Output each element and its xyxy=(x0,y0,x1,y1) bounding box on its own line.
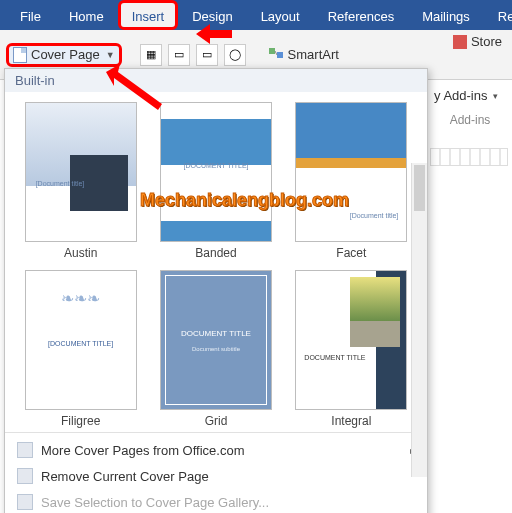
tab-layout[interactable]: Layout xyxy=(247,0,314,30)
remove-cover-page-button[interactable]: Remove Current Cover Page xyxy=(5,463,427,489)
thumb-grid-title: DOCUMENT TITLE xyxy=(161,329,271,338)
ruler xyxy=(430,148,508,166)
thumb-grid: DOCUMENT TITLE Document subtitle xyxy=(160,270,272,410)
thumb-facet: [Document title] xyxy=(295,102,407,242)
remove-cover-page-label: Remove Current Cover Page xyxy=(41,469,209,484)
tab-mailings[interactable]: Mailings xyxy=(408,0,484,30)
tab-design[interactable]: Design xyxy=(178,0,246,30)
cover-page-icon xyxy=(13,47,27,63)
thumb-grid-subtitle: Document subtitle xyxy=(161,346,271,352)
my-addins-label: y Add-ins xyxy=(434,88,487,103)
gallery-label: Integral xyxy=(290,414,413,428)
table-pictures-group: ▦ ▭ ▭ ◯ xyxy=(140,44,246,66)
more-cover-pages-label: More Cover Pages from Office.com xyxy=(41,443,245,458)
chevron-down-icon: ▼ xyxy=(106,50,115,60)
more-cover-pages-link[interactable]: More Cover Pages from Office.com ▸ xyxy=(5,437,427,463)
tab-home[interactable]: Home xyxy=(55,0,118,30)
tab-file[interactable]: File xyxy=(6,0,55,30)
gallery-item-integral[interactable]: DOCUMENT TITLE Integral xyxy=(290,270,413,428)
addins-group: y Add-ins ▾ Add-ins xyxy=(428,80,512,145)
save-gallery-icon xyxy=(17,494,33,510)
save-to-gallery-button: Save Selection to Cover Page Gallery... xyxy=(5,489,427,513)
chevron-down-icon: ▾ xyxy=(493,91,498,101)
gallery-label: Banded xyxy=(154,246,277,260)
gallery-item-grid[interactable]: DOCUMENT TITLE Document subtitle Grid xyxy=(154,270,277,428)
gallery-scrollbar[interactable] xyxy=(411,163,427,477)
thumb-banded-title: [DOCUMENT TITLE] xyxy=(161,162,271,169)
table-icon[interactable]: ▦ xyxy=(140,44,162,66)
gallery-item-banded[interactable]: [DOCUMENT TITLE] Banded xyxy=(154,102,277,260)
web-page-icon xyxy=(17,442,33,458)
thumb-filigree: ❧❧❧ [DOCUMENT TITLE] xyxy=(25,270,137,410)
shapes-icon[interactable]: ◯ xyxy=(224,44,246,66)
gallery-section-header: Built-in xyxy=(5,69,427,92)
online-pictures-icon[interactable]: ▭ xyxy=(196,44,218,66)
cover-page-gallery: Built-in [Document title] Austin [DOCUME… xyxy=(4,68,428,513)
gallery-label: Austin xyxy=(19,246,142,260)
gallery-footer: More Cover Pages from Office.com ▸ Remov… xyxy=(5,432,427,513)
thumb-integral: DOCUMENT TITLE xyxy=(295,270,407,410)
svg-rect-0 xyxy=(269,48,275,54)
gallery-label: Filigree xyxy=(19,414,142,428)
gallery-label: Grid xyxy=(154,414,277,428)
tab-review[interactable]: Review xyxy=(484,0,512,30)
ribbon-tabs: File Home Insert Design Layout Reference… xyxy=(0,0,512,30)
tab-insert[interactable]: Insert xyxy=(118,0,179,30)
thumb-banded: [DOCUMENT TITLE] xyxy=(160,102,272,242)
thumb-facet-title: [Document title] xyxy=(350,212,399,219)
scrollbar-thumb[interactable] xyxy=(414,165,425,211)
thumb-austin-title: [Document title] xyxy=(36,180,85,188)
smartart-icon xyxy=(268,47,284,63)
save-to-gallery-label: Save Selection to Cover Page Gallery... xyxy=(41,495,269,510)
gallery-item-facet[interactable]: [Document title] Facet xyxy=(290,102,413,260)
remove-page-icon xyxy=(17,468,33,484)
smartart-label: SmartArt xyxy=(288,47,339,62)
cover-page-label: Cover Page xyxy=(31,47,100,62)
store-icon xyxy=(453,35,467,49)
tab-references[interactable]: References xyxy=(314,0,408,30)
cover-page-button[interactable]: Cover Page ▼ xyxy=(6,43,122,67)
thumb-filigree-title: [DOCUMENT TITLE] xyxy=(26,340,136,347)
thumb-integral-title: DOCUMENT TITLE xyxy=(304,354,365,361)
pictures-icon[interactable]: ▭ xyxy=(168,44,190,66)
store-button[interactable]: Store xyxy=(453,34,502,49)
my-addins-button[interactable]: y Add-ins ▾ xyxy=(434,88,506,103)
svg-rect-1 xyxy=(277,52,283,58)
gallery-label: Facet xyxy=(290,246,413,260)
gallery-item-austin[interactable]: [Document title] Austin xyxy=(19,102,142,260)
gallery-item-filigree[interactable]: ❧❧❧ [DOCUMENT TITLE] Filigree xyxy=(19,270,142,428)
addins-group-label: Add-ins xyxy=(434,113,506,127)
store-label: Store xyxy=(471,34,502,49)
thumb-austin: [Document title] xyxy=(25,102,137,242)
ornament-icon: ❧❧❧ xyxy=(26,289,136,308)
smartart-button[interactable]: SmartArt xyxy=(268,47,339,63)
gallery-grid: [Document title] Austin [DOCUMENT TITLE]… xyxy=(5,92,427,432)
